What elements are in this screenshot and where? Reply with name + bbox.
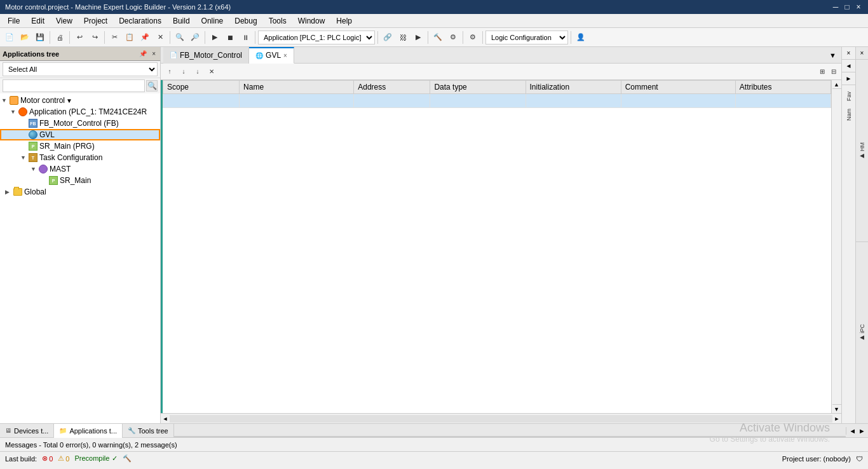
tree-item-gvl[interactable]: GVL (0, 129, 160, 140)
panel-close-button[interactable]: × (150, 50, 158, 58)
toolbar-print[interactable]: 🖨 (53, 31, 67, 44)
mast-icon (38, 164, 48, 174)
right-collapsed-panel: × ◄ ► Fav Nam (841, 47, 855, 423)
application-dropdown[interactable]: Application [PLC_1: PLC Logic] (258, 31, 375, 44)
select-all-dropdown[interactable]: Select All (3, 62, 158, 76)
toolbar-open[interactable]: 📂 (18, 31, 32, 44)
tree-root-dropdown[interactable]: ▼ (66, 97, 72, 104)
toolbar-findall[interactable]: 🔎 (188, 31, 202, 44)
toolbar-build[interactable]: 🔨 (431, 31, 445, 44)
tools-icon: 🔧 (128, 427, 135, 434)
right-panel-expand-left[interactable]: ◄ (842, 60, 855, 72)
toolbar-b2[interactable]: ⏹ (223, 31, 237, 44)
scroll-up[interactable]: ▲ (832, 80, 841, 89)
toolbar-rebuild[interactable]: ⚙ (446, 31, 460, 44)
bottom-scroll-left[interactable]: ◄ (849, 427, 856, 435)
hm-label: ▶ HM (859, 140, 865, 162)
toolbar-connect[interactable]: 🔗 (381, 31, 395, 44)
bottom-tab-tools[interactable]: 🔧 Tools tree (123, 424, 174, 438)
build-icon[interactable]: 🔨 (123, 454, 132, 463)
cell-name-edit[interactable] (240, 94, 354, 108)
right-panel-content: Fav Nam (842, 85, 855, 423)
ed-expand[interactable]: ⊞ (817, 65, 827, 78)
table-row-empty[interactable] (163, 94, 831, 108)
toolbar-b3[interactable]: ⏸ (238, 31, 252, 44)
cell-datatype (430, 94, 526, 108)
tree-item-mast[interactable]: ▼ MAST (0, 163, 160, 175)
toolbar-save[interactable]: 💾 (33, 31, 47, 44)
tree-item-sr-main2[interactable]: P SR_Main (0, 175, 160, 186)
menu-help[interactable]: Help (331, 15, 357, 27)
tree-item-global[interactable]: ▶ Global (0, 186, 160, 198)
vertical-scrollbar[interactable]: ▲ ▼ (831, 80, 841, 413)
menu-project[interactable]: Project (79, 15, 112, 27)
tab-fb-motor-control[interactable]: 📄 FB_Motor_Control (163, 47, 249, 64)
precompile-label: Precompile (74, 454, 109, 462)
tab-fb-icon: 📄 (170, 51, 177, 58)
tree-item-task[interactable]: ▼ T Task Configuration (0, 152, 160, 163)
ed-move-down[interactable]: ↓ (191, 65, 204, 78)
tree-search-button[interactable]: 🔍 (146, 80, 158, 92)
scroll-left[interactable]: ◄ (161, 414, 170, 423)
tab-scroll-btn[interactable]: ▼ (827, 51, 839, 59)
tree-item-sr-main[interactable]: P SR_Main (PRG) (0, 140, 160, 152)
scroll-down[interactable]: ▼ (832, 404, 841, 413)
toolbar-delete[interactable]: ✕ (153, 31, 167, 44)
bottom-tab-devices[interactable]: 🖥 Devices t... (0, 424, 54, 438)
ed-delete-row[interactable]: ✕ (205, 65, 218, 78)
scroll-right[interactable]: ► (832, 414, 841, 423)
tree-item-app[interactable]: ▼ Application (PLC_1: TM241CE24R (0, 106, 160, 118)
tab-gvl-close[interactable]: × (283, 52, 287, 59)
toolbar-disconnect[interactable]: ⛓ (396, 31, 410, 44)
menu-view[interactable]: View (51, 15, 78, 27)
tab-fb-label: FB_Motor_Control (180, 51, 242, 60)
toolbar-cut[interactable]: ✂ (107, 31, 121, 44)
toolbar-redo[interactable]: ↪ (88, 31, 102, 44)
far-right-close[interactable]: × (856, 47, 868, 60)
tree-item-fb[interactable]: FB FB_Motor_Control (FB) (0, 118, 160, 129)
toolbar-profile[interactable]: 👤 (574, 31, 588, 44)
toolbar-sep1 (50, 31, 50, 44)
menu-online[interactable]: Online (196, 15, 229, 27)
nam-label[interactable]: Nam (846, 106, 852, 123)
ipc-section[interactable]: ▶ iPC (856, 242, 868, 424)
error-value: 0 (49, 455, 53, 463)
menu-file[interactable]: File (3, 15, 25, 27)
toolbar-login[interactable]: ▶ (411, 31, 425, 44)
fav-label[interactable]: Fav (846, 89, 852, 104)
minimize-button[interactable]: ─ (831, 3, 840, 11)
toolbar-sep6 (255, 31, 255, 44)
panel-pin-button[interactable]: 📌 (137, 50, 149, 58)
horizontal-scrollbar[interactable]: ◄ ► (161, 413, 841, 423)
toolbar-settings[interactable]: ⚙ (466, 31, 480, 44)
close-button[interactable]: × (854, 3, 863, 11)
logic-dropdown[interactable]: Logic Configuration (485, 31, 568, 44)
right-panel-close[interactable]: × (842, 47, 855, 60)
prg-icon: P (28, 141, 38, 151)
hm-section[interactable]: ▶ HM (856, 60, 868, 242)
tree-root[interactable]: ▼ Motor control ▼ (0, 95, 160, 106)
menu-tools[interactable]: Tools (264, 15, 292, 27)
toolbar-paste[interactable]: 📌 (138, 31, 152, 44)
ed-move-up[interactable]: ↓ (177, 65, 190, 78)
bottom-scroll-right[interactable]: ► (858, 427, 865, 435)
toolbar-new[interactable]: 📄 (3, 31, 17, 44)
toolbar-b1[interactable]: ▶ (208, 31, 222, 44)
right-panel-expand-right[interactable]: ► (842, 72, 855, 85)
toolbar-find[interactable]: 🔍 (173, 31, 187, 44)
cell-address (354, 94, 430, 108)
tree-search-input[interactable] (3, 79, 145, 92)
bottom-tab-applications[interactable]: 📁 Applications t... (54, 424, 123, 438)
col-address: Address (354, 81, 430, 94)
restore-button[interactable]: □ (843, 3, 851, 11)
ed-add-row[interactable]: ↑ (163, 65, 176, 78)
menu-build[interactable]: Build (168, 15, 195, 27)
tab-gvl[interactable]: 🌐 GVL × (249, 47, 294, 64)
menu-window[interactable]: Window (293, 15, 330, 27)
menu-debug[interactable]: Debug (229, 15, 262, 27)
toolbar-undo[interactable]: ↩ (72, 31, 86, 44)
ed-collapse[interactable]: ⊟ (829, 65, 839, 78)
menu-edit[interactable]: Edit (26, 15, 50, 27)
menu-declarations[interactable]: Declarations (114, 15, 166, 27)
toolbar-copy[interactable]: 📋 (123, 31, 137, 44)
